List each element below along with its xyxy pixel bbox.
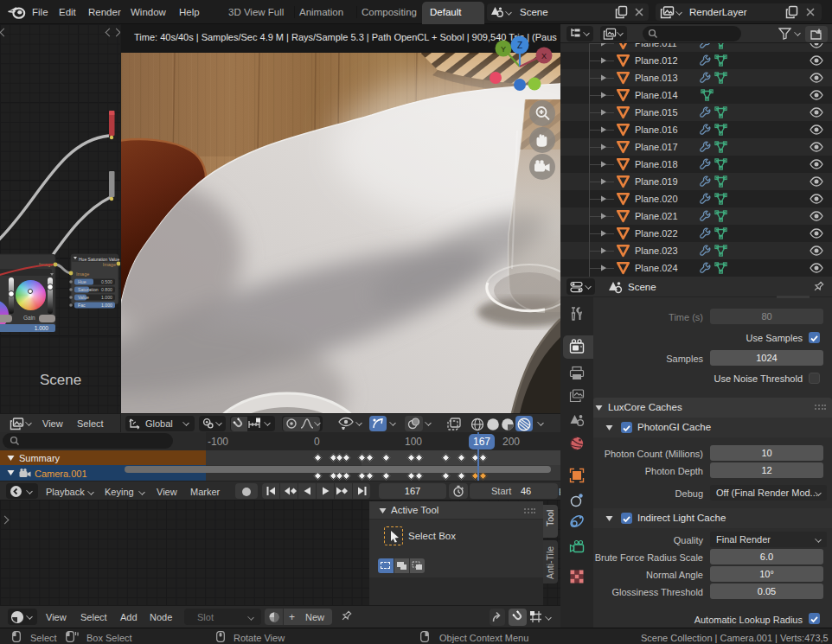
svg-text:Fac: Fac [78, 303, 86, 308]
svg-text:Hue Saturation Value: Hue Saturation Value [79, 257, 119, 262]
svg-text:Y: Y [501, 45, 506, 54]
svg-text:Image: Image [76, 271, 89, 277]
svg-text:0.500: 0.500 [101, 279, 112, 284]
svg-text:0.800: 0.800 [101, 287, 112, 292]
svg-text:Gain: Gain [23, 315, 35, 321]
svg-text:Image: Image [103, 262, 116, 267]
svg-text:X: X [541, 52, 547, 61]
svg-text:Hue: Hue [78, 279, 86, 284]
svg-text:Saturation: Saturation [78, 287, 99, 292]
svg-text:1.000: 1.000 [101, 295, 112, 300]
svg-text:1.000: 1.000 [101, 303, 112, 308]
svg-text:1.000: 1.000 [35, 325, 49, 331]
svg-text:Value: Value [78, 295, 89, 300]
svg-text:Z: Z [517, 41, 522, 50]
